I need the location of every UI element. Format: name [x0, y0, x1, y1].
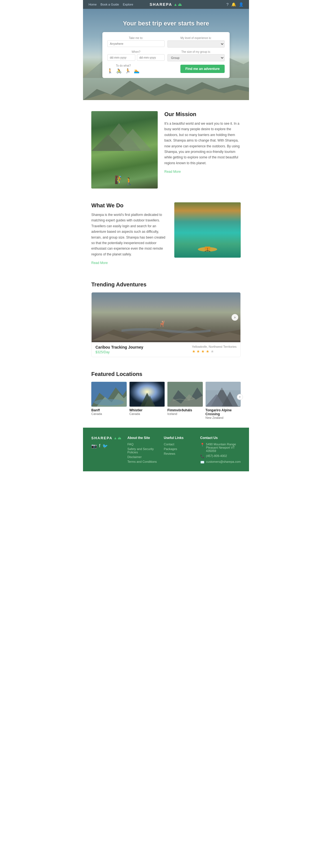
- footer-phone: 📞 (457)-809-4002: [200, 454, 241, 458]
- featured-grid-wrapper: Banff Canada: [91, 382, 241, 420]
- nav-explore[interactable]: Explore: [123, 3, 133, 6]
- when-label: When?: [107, 50, 165, 53]
- star-5-empty: ★: [211, 349, 214, 353]
- navigation: Home Book a Guide Explore SHAREPA ▲⛰ ? 🔔…: [83, 0, 249, 9]
- logo-mountain-icon: ▲⛰: [173, 2, 182, 7]
- footer-social-links: 📷 f 🐦: [91, 443, 122, 448]
- featured-country-tongariro: New Zealand: [205, 416, 241, 420]
- footer-phone-text: (457)-809-4002: [206, 454, 227, 458]
- nav-logo[interactable]: SHAREPA ▲⛰: [150, 2, 182, 7]
- footer-contact-heading: Contact Us: [200, 436, 241, 440]
- trending-card: 🦌 › Caribou Tracking Journey $325/Day Ye…: [91, 292, 241, 357]
- what-we-do-section: What We Do Sharepa is the world's first …: [83, 199, 249, 276]
- what-body: Sharepa is the world's first platform de…: [91, 212, 168, 257]
- instagram-icon[interactable]: 📷: [91, 443, 97, 448]
- featured-item-fimmvorduhals[interactable]: Fimmvörðuháls Iceland: [167, 382, 203, 420]
- what-row: What We Do Sharepa is the world's first …: [91, 203, 241, 265]
- featured-heading: Featured Locations: [91, 371, 241, 377]
- experience-field: My level of experience is: Beginner Inte…: [167, 36, 225, 48]
- featured-country-banff: Canada: [91, 412, 127, 415]
- footer-email: ✉️ customers@sharepa.com: [200, 460, 241, 464]
- mission-text: Our Mission It's a beautiful world and w…: [164, 111, 241, 174]
- svg-rect-27: [205, 382, 241, 390]
- nav-book[interactable]: Book a Guide: [101, 3, 119, 6]
- carousel-next-button[interactable]: ›: [231, 314, 238, 321]
- help-icon[interactable]: ?: [226, 2, 228, 7]
- what-read-more[interactable]: Read More: [91, 261, 108, 265]
- featured-item-whistler[interactable]: Whistler Canada: [130, 382, 165, 420]
- experience-select[interactable]: Beginner Intermediate Expert: [167, 40, 225, 48]
- footer-about-heading: About the Site: [127, 436, 158, 440]
- mission-read-more[interactable]: Read More: [164, 170, 181, 174]
- swimming-icon[interactable]: 🏊: [134, 68, 139, 73]
- featured-image-whistler: [130, 382, 165, 407]
- trending-location: Yellowknife, Northwest Territories: [192, 345, 237, 348]
- activity-row: To do what? 🚶 🚴 🏃 🏊 Find me an adventure: [107, 64, 225, 73]
- footer-terms-link[interactable]: Terms and Conditions: [127, 460, 158, 463]
- search-row-2: When? The size of my group is: Group 1 2…: [107, 50, 225, 61]
- cycling-icon[interactable]: 🚴: [116, 68, 122, 73]
- trending-card-right: Yellowknife, Northwest Territories ★ ★ ★…: [192, 345, 237, 353]
- footer-disclaimer-link[interactable]: Disclaimer: [127, 455, 158, 459]
- search-box: Take me to: My level of experience is: B…: [102, 32, 230, 78]
- when-field: When?: [107, 50, 165, 61]
- featured-country-whistler: Canada: [130, 412, 165, 415]
- mission-body: It's a beautiful world and we want you t…: [164, 121, 241, 166]
- activity-icons-group: To do what? 🚶 🚴 🏃 🏊: [107, 64, 139, 73]
- footer-logo-text: SHAREPA: [91, 436, 113, 440]
- date-to-input[interactable]: [137, 54, 165, 61]
- featured-section: Featured Locations Banff Canada: [83, 366, 249, 428]
- activity-icons: 🚶 🚴 🏃 🏊: [107, 68, 139, 73]
- email-icon: ✉️: [200, 460, 204, 464]
- group-size-select[interactable]: Group 1 2-4 5-10 10+: [167, 54, 225, 61]
- trending-stars: ★ ★ ★ ★ ★: [192, 349, 237, 353]
- facebook-icon[interactable]: f: [99, 443, 100, 448]
- mission-image: SHAREPA ▲ 🧗 🚶: [91, 111, 158, 189]
- featured-carousel-next[interactable]: ›: [237, 394, 243, 400]
- trending-card-left: Caribou Tracking Journey $325/Day: [95, 345, 143, 354]
- trending-image: 🦌 ›: [91, 292, 241, 342]
- search-row-1: Take me to: My level of experience is: B…: [107, 36, 225, 48]
- footer: SHAREPA ▲⛰ 📷 f 🐦 About the Site FAQ Safe…: [83, 428, 249, 471]
- footer-packages-link[interactable]: Packages: [164, 447, 195, 451]
- what-heading: What We Do: [91, 203, 168, 209]
- find-adventure-button[interactable]: Find me an adventure: [181, 65, 225, 73]
- featured-image-fimmvorduhals: [167, 382, 203, 407]
- what-text: What We Do Sharepa is the world's first …: [91, 203, 168, 265]
- featured-item-banff[interactable]: Banff Canada: [91, 382, 127, 420]
- notification-icon[interactable]: 🔔: [231, 2, 236, 7]
- experience-label: My level of experience is:: [167, 36, 225, 39]
- footer-logo-icon: ▲⛰: [114, 436, 122, 440]
- trending-price: $325/Day: [95, 350, 143, 354]
- featured-item-tongariro[interactable]: Tongariro Alpine Crossing New Zealand: [205, 382, 241, 420]
- featured-grid: Banff Canada: [91, 382, 241, 420]
- footer-contact-link[interactable]: Contact: [164, 442, 195, 446]
- walking-icon[interactable]: 🏃: [125, 68, 131, 73]
- footer-logo: SHAREPA ▲⛰: [91, 436, 122, 440]
- featured-name-banff: Banff: [91, 408, 127, 412]
- take-me-field: Take me to:: [107, 36, 165, 48]
- star-4: ★: [206, 349, 210, 353]
- what-image: SHAREPA ▲: [174, 203, 241, 258]
- take-me-input[interactable]: [107, 40, 165, 47]
- mission-row: SHAREPA ▲ 🧗 🚶 Our Mission It's a beautif…: [91, 111, 241, 189]
- hiking-icon[interactable]: 🚶: [107, 68, 113, 73]
- twitter-icon[interactable]: 🐦: [102, 443, 108, 448]
- featured-name-tongariro: Tongariro Alpine Crossing: [205, 408, 241, 416]
- activity-label: To do what?: [107, 64, 139, 67]
- date-from-input[interactable]: [107, 54, 135, 61]
- footer-reviews-link[interactable]: Reviews: [164, 452, 195, 455]
- nav-home[interactable]: Home: [88, 3, 96, 6]
- trending-heading: Trending Adventures: [91, 281, 241, 288]
- featured-name-whistler: Whistler: [130, 408, 165, 412]
- footer-faq-link[interactable]: FAQ: [127, 442, 158, 446]
- mission-heading: Our Mission: [164, 111, 241, 118]
- footer-safety-link[interactable]: Safety and Security Policies: [127, 447, 158, 454]
- group-size-label: The size of my group is:: [167, 50, 225, 53]
- footer-address-text: 5490 Mountain Range Pleasant Newport VT …: [206, 442, 241, 453]
- user-icon[interactable]: 👤: [239, 2, 244, 7]
- mission-section: SHAREPA ▲ 🧗 🚶 Our Mission It's a beautif…: [83, 100, 249, 199]
- group-size-field: The size of my group is: Group 1 2-4 5-1…: [167, 50, 225, 61]
- footer-inner: SHAREPA ▲⛰ 📷 f 🐦 About the Site FAQ Safe…: [91, 436, 241, 466]
- featured-image-tongariro: [205, 382, 241, 407]
